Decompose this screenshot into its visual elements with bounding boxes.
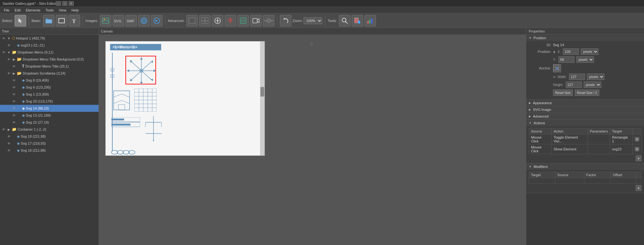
tree-row-svg8[interactable]: 👁 ◈ Svg 8 (19,406) xyxy=(0,77,99,84)
slider-button[interactable] xyxy=(263,15,274,26)
tree-toggle[interactable]: ▶ xyxy=(7,128,11,131)
anchor-mc[interactable] xyxy=(556,67,558,70)
eye-icon[interactable]: 👁 xyxy=(11,85,17,90)
canvas-area[interactable]: <b>Menu</b> xyxy=(105,41,265,156)
anchor-grid[interactable] xyxy=(553,64,561,72)
tree-row-svg23[interactable]: 👁 ◈ svg23 (-22,-21) xyxy=(0,42,99,49)
minimize-button[interactable]: − xyxy=(56,1,61,6)
anchor-mr[interactable] xyxy=(558,67,561,70)
advanced-section-header[interactable]: ▶ Advanced xyxy=(526,113,644,119)
action-row-1[interactable]: Mouse Click Toggle Element Visi... Recta… xyxy=(529,134,641,144)
tree-toggle[interactable]: ▶ xyxy=(12,72,16,75)
tree-toggle[interactable]: ▼ xyxy=(7,51,11,54)
menu-view[interactable]: View xyxy=(56,8,69,13)
canvas-content[interactable]: <b>Menu</b> xyxy=(99,35,526,245)
eye-icon[interactable]: 👁 xyxy=(6,57,11,62)
position-section-header[interactable]: ▼ Position xyxy=(526,35,644,41)
eye-icon[interactable]: 👁 xyxy=(11,113,17,118)
text-tool-button[interactable]: T xyxy=(69,15,80,26)
anchor-tl[interactable] xyxy=(553,65,556,67)
anchor-ml[interactable] xyxy=(553,67,556,70)
tree-toggle[interactable]: ▼ xyxy=(7,37,11,40)
tree-row-svg18[interactable]: 👁 ◈ Svg 18 (221,98) xyxy=(0,133,99,140)
eye-icon[interactable]: 👁 xyxy=(6,134,11,139)
tree-row-dropdown-scroll[interactable]: 👁 ▶ 📂 Dropdown Scrollarea (3,24) xyxy=(0,70,99,77)
tree-row-svg22[interactable]: 👁 ◈ Svg 22 (27,19) xyxy=(0,119,99,126)
image-btn[interactable] xyxy=(100,15,111,26)
eye-icon[interactable]: 👁 xyxy=(11,99,17,104)
advanced-2-button[interactable] xyxy=(199,15,211,26)
undo-button[interactable] xyxy=(280,15,291,26)
actions-section-header[interactable]: ▼ Actions xyxy=(526,120,644,126)
eye-icon[interactable]: 👁 xyxy=(6,148,11,153)
tree-row-svg14[interactable]: 👁 ◈ Svg 14 (88,23) xyxy=(0,105,99,112)
map-button[interactable] xyxy=(237,15,249,26)
height-unit-select[interactable]: pixels xyxy=(584,82,601,88)
tree-row-svg16[interactable]: 👁 ◈ Svg 16 (211,88) xyxy=(0,147,99,154)
eye-icon[interactable]: 👁 xyxy=(11,92,17,97)
stream-tool-button[interactable] xyxy=(151,15,162,26)
width-input[interactable] xyxy=(569,74,585,80)
delete-action-2-button[interactable]: ✕ xyxy=(635,147,639,151)
eye-icon[interactable]: 👁 xyxy=(6,71,11,76)
eye-icon[interactable]: 👁 xyxy=(1,127,6,132)
height-input[interactable] xyxy=(566,82,582,88)
location-button[interactable] xyxy=(225,15,236,26)
anchor-bc[interactable] xyxy=(556,70,558,72)
svg-image-section-header[interactable]: ▶ SVG Image xyxy=(526,106,644,113)
maximize-button[interactable]: □ xyxy=(62,1,67,6)
delete-action-1-button[interactable]: ✕ xyxy=(635,137,639,141)
appearance-section-header[interactable]: ▶ Appearance xyxy=(526,100,644,106)
menu-elements[interactable]: Elements xyxy=(23,8,43,13)
swf-tool-button[interactable]: SWF xyxy=(125,15,137,26)
tree-row-container1[interactable]: 👁 ▶ 📁 Container 1 (-2,-2) xyxy=(0,126,99,133)
anchor-br[interactable] xyxy=(558,70,561,72)
compass-button[interactable] xyxy=(212,15,223,26)
eye-icon[interactable]: 👁 xyxy=(1,50,6,55)
x-input[interactable] xyxy=(563,48,579,55)
width-unit-select[interactable]: pixels xyxy=(587,74,604,80)
folder-tool-button[interactable] xyxy=(43,15,55,26)
anchor-bl[interactable] xyxy=(553,70,556,72)
tree-row-hotspot1[interactable]: 👁 ▼ ⬡ Hotspot 1 (402,79) xyxy=(0,35,99,42)
paint-tool-button[interactable] xyxy=(352,15,363,26)
tree-row-dropdown-title[interactable]: 👁 T Dropdown Menu Title (20,1) xyxy=(0,63,99,70)
reset-size-2-button[interactable]: Reset Size / 2 xyxy=(575,90,599,96)
tree-row-svg17[interactable]: 👁 ◈ Svg 17 (216,93) xyxy=(0,140,99,147)
tree-row-svg13[interactable]: 👁 ◈ Svg 13 (21,189) xyxy=(0,112,99,119)
tree-row-svg6[interactable]: 👁 ◈ Svg 6 (123,295) xyxy=(0,84,99,91)
tree-row-dropdown-title-bg[interactable]: 👁 ▶ 📂 Dropdown Menu Title Background (0,… xyxy=(0,56,99,63)
menu-file[interactable]: File xyxy=(1,8,12,13)
modifiers-section-header[interactable]: ▼ Modifiers xyxy=(526,163,644,170)
y-unit-select[interactable]: pixels xyxy=(576,56,594,63)
anchor-tr[interactable] xyxy=(558,65,561,67)
eye-icon[interactable]: 👁 xyxy=(6,43,11,48)
canvas-vscroll[interactable] xyxy=(260,41,265,155)
svg-tool-button[interactable]: SVG xyxy=(113,15,124,26)
advanced-1-button[interactable] xyxy=(186,15,198,26)
menu-tools[interactable]: Tools xyxy=(43,8,56,13)
eye-icon[interactable]: 👁 xyxy=(11,106,17,111)
rect-tool-button[interactable] xyxy=(56,15,67,26)
menu-edit[interactable]: Edit xyxy=(12,8,23,13)
action-del-1[interactable]: ✕ xyxy=(633,134,641,144)
tree-toggle[interactable]: ▶ xyxy=(12,58,16,61)
add-modifier-button[interactable]: + xyxy=(636,185,641,191)
canvas-selected-svg14[interactable] xyxy=(125,56,156,84)
anchor-tc[interactable] xyxy=(556,65,558,67)
video-button[interactable] xyxy=(250,15,262,26)
y-input[interactable] xyxy=(558,56,574,63)
eye-icon[interactable]: 👁 xyxy=(11,120,17,125)
close-button[interactable]: ✕ xyxy=(69,1,74,6)
action-row-2[interactable]: Mouse Click Show Element svg23 ✕ xyxy=(529,144,641,154)
reset-size-button[interactable]: Reset Size xyxy=(553,90,573,96)
chart-tool-button[interactable] xyxy=(364,15,376,26)
x-unit-select[interactable]: pixels xyxy=(581,48,598,55)
search-tool-button[interactable] xyxy=(339,15,350,26)
menu-help[interactable]: Help xyxy=(69,8,81,13)
eye-icon[interactable]: 👁 xyxy=(6,141,11,146)
web-tool-button[interactable] xyxy=(138,15,150,26)
action-del-2[interactable]: ✕ xyxy=(633,144,641,154)
tree-content[interactable]: 👁 ▼ ⬡ Hotspot 1 (402,79) 👁 ◈ svg23 (-22,… xyxy=(0,35,99,245)
eye-icon[interactable]: 👁 xyxy=(1,36,6,41)
